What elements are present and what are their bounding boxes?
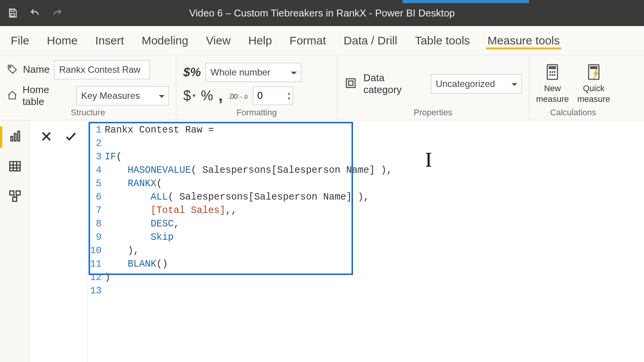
line-code[interactable]: BLANK() bbox=[105, 257, 168, 271]
menu-item-view[interactable]: View bbox=[204, 32, 232, 49]
menu-item-home[interactable]: Home bbox=[45, 32, 79, 49]
data-category-label: Data category bbox=[363, 72, 425, 96]
line-number: 4 bbox=[88, 164, 105, 177]
svg-rect-5 bbox=[549, 66, 556, 69]
calculations-group-label: Calculations bbox=[536, 108, 610, 120]
decimal-places-input[interactable] bbox=[253, 90, 288, 102]
home-table-label: Home table bbox=[23, 84, 72, 108]
format-select[interactable]: Whole number bbox=[205, 63, 301, 82]
properties-group-label: Properties bbox=[344, 108, 522, 120]
cancel-formula-button[interactable] bbox=[38, 128, 55, 145]
menu-item-help[interactable]: Help bbox=[247, 32, 274, 49]
measure-name-input[interactable] bbox=[54, 60, 150, 79]
code-line[interactable]: 2 bbox=[88, 137, 644, 150]
code-line[interactable]: 6 ALL( Salespersons[Salesperson Name] ), bbox=[88, 190, 644, 204]
home-icon bbox=[7, 90, 18, 102]
line-code[interactable]: [Total Sales],, bbox=[105, 204, 237, 217]
line-code[interactable]: Skip bbox=[105, 231, 174, 244]
data-category-icon bbox=[344, 77, 357, 91]
svg-rect-17 bbox=[10, 162, 20, 171]
save-icon[interactable] bbox=[7, 7, 18, 19]
line-code[interactable]: ), bbox=[105, 244, 139, 257]
home-table-select[interactable]: Key Measures bbox=[76, 86, 169, 105]
menu-item-modeling[interactable]: Modeling bbox=[140, 32, 190, 49]
line-code[interactable]: IF( bbox=[105, 150, 122, 164]
line-number: 3 bbox=[88, 150, 105, 164]
svg-point-7 bbox=[552, 71, 554, 73]
svg-point-1 bbox=[9, 66, 11, 68]
data-category-select[interactable]: Uncategorized bbox=[431, 74, 522, 93]
line-number: 9 bbox=[88, 231, 105, 244]
code-line[interactable]: 4 HASONEVALUE( Salespersons[Salesperson … bbox=[88, 164, 644, 177]
code-line[interactable]: 11 BLANK() bbox=[88, 257, 644, 271]
tag-icon bbox=[7, 64, 18, 75]
code-line[interactable]: 3IF( bbox=[88, 150, 644, 164]
svg-rect-15 bbox=[14, 134, 16, 141]
view-strip bbox=[0, 120, 30, 362]
line-number: 10 bbox=[88, 244, 105, 257]
window-title: Video 6 – Custom Tiebreakers in RankX - … bbox=[0, 7, 644, 19]
code-line[interactable]: 12) bbox=[88, 271, 644, 284]
percent-button[interactable]: % bbox=[201, 88, 213, 104]
line-code[interactable]: ALL( Salespersons[Salesperson Name] ), bbox=[105, 190, 369, 204]
svg-point-10 bbox=[552, 74, 554, 76]
svg-point-6 bbox=[549, 71, 551, 73]
svg-rect-0 bbox=[11, 13, 14, 16]
thousands-sep-button[interactable]: , bbox=[219, 87, 223, 104]
formula-bar[interactable]: I 1Rankx Contest Raw =23IF(4 HASONEVALUE… bbox=[87, 120, 644, 362]
menu-bar: FileHomeInsertModelingViewHelpFormatData… bbox=[0, 26, 644, 55]
workspace: I 1Rankx Contest Raw =23IF(4 HASONEVALUE… bbox=[0, 120, 644, 362]
line-code[interactable]: ) bbox=[105, 271, 110, 284]
code-line[interactable]: 8 DESC, bbox=[88, 217, 644, 231]
line-number: 6 bbox=[88, 190, 105, 204]
quick-measure-button[interactable]: Quick measure bbox=[577, 63, 610, 104]
currency-button[interactable]: $▾ bbox=[183, 88, 196, 104]
line-number: 12 bbox=[88, 271, 105, 284]
menu-item-table-tools[interactable]: Table tools bbox=[413, 32, 471, 49]
data-view-button[interactable] bbox=[6, 157, 24, 175]
code-line[interactable]: 10 ), bbox=[88, 244, 644, 257]
formula-editor: I 1Rankx Contest Raw =23IF(4 HASONEVALUE… bbox=[30, 120, 644, 362]
line-number: 2 bbox=[88, 137, 105, 150]
title-bar: Video 6 – Custom Tiebreakers in RankX - … bbox=[0, 0, 644, 26]
format-icon: $% bbox=[183, 65, 201, 79]
line-code[interactable]: DESC, bbox=[105, 217, 179, 231]
code-line[interactable]: 1Rankx Contest Raw = bbox=[88, 123, 644, 137]
menu-item-file[interactable]: File bbox=[9, 32, 31, 49]
line-code[interactable]: RANKX( bbox=[105, 177, 162, 190]
line-number: 7 bbox=[88, 204, 105, 217]
line-code[interactable]: HASONEVALUE( Salespersons[Salesperson Na… bbox=[105, 164, 392, 177]
svg-point-9 bbox=[549, 74, 551, 76]
new-measure-label: New measure bbox=[536, 83, 569, 104]
menu-item-data-drill[interactable]: Data / Drill bbox=[342, 32, 399, 49]
code-line[interactable]: 13 bbox=[88, 284, 644, 298]
active-view-indicator bbox=[0, 126, 2, 148]
report-view-button[interactable] bbox=[6, 127, 24, 146]
svg-rect-24 bbox=[13, 197, 17, 201]
svg-rect-3 bbox=[348, 81, 353, 85]
menu-item-measure-tools[interactable]: Measure tools bbox=[486, 32, 561, 49]
svg-rect-16 bbox=[18, 131, 20, 141]
decimal-shift-button[interactable]: .00→.0 bbox=[228, 90, 248, 101]
commit-formula-button[interactable] bbox=[62, 128, 79, 145]
code-line[interactable]: 5 RANKX( bbox=[88, 177, 644, 190]
menu-item-format[interactable]: Format bbox=[288, 32, 327, 49]
svg-rect-22 bbox=[10, 191, 14, 195]
line-code[interactable]: Rankx Contest Raw = bbox=[105, 123, 214, 137]
line-number: 5 bbox=[88, 177, 105, 190]
svg-rect-14 bbox=[11, 136, 13, 141]
undo-icon[interactable] bbox=[29, 7, 41, 19]
menu-item-insert[interactable]: Insert bbox=[94, 32, 125, 49]
decimal-places-spinner[interactable]: ▴▾ bbox=[253, 87, 293, 105]
line-number: 1 bbox=[88, 123, 105, 137]
line-number: 11 bbox=[88, 257, 105, 271]
code-line[interactable]: 7 [Total Sales],, bbox=[88, 204, 644, 217]
redo-icon[interactable] bbox=[51, 7, 63, 19]
new-measure-button[interactable]: New measure bbox=[536, 63, 569, 104]
code-line[interactable]: 9 Skip bbox=[88, 231, 644, 244]
svg-point-8 bbox=[554, 71, 556, 73]
ribbon: Name Home table Key Measures Structure $… bbox=[0, 55, 644, 120]
model-view-button[interactable] bbox=[6, 187, 24, 205]
cursor-caret-icon: I bbox=[425, 148, 432, 172]
title-accent bbox=[402, 0, 529, 3]
